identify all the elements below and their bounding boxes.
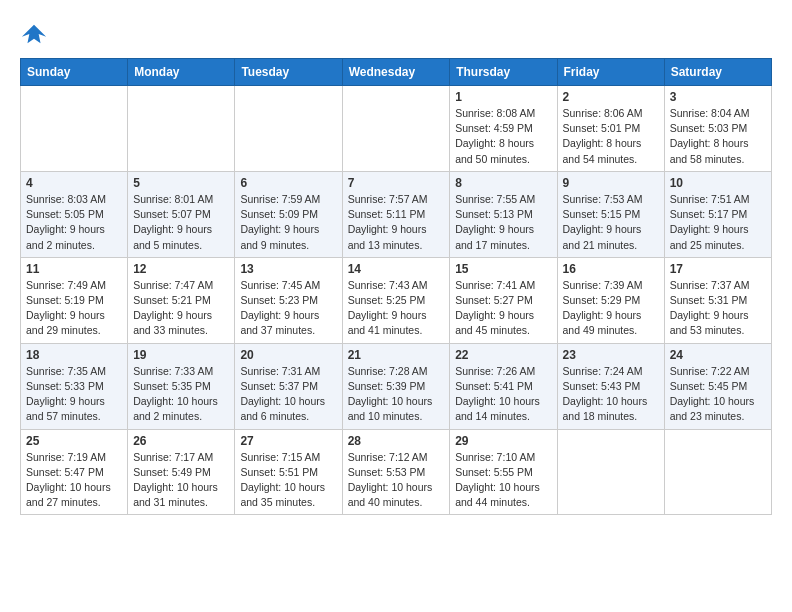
day-info: Sunrise: 7:31 AM Sunset: 5:37 PM Dayligh… bbox=[240, 364, 336, 425]
day-info: Sunrise: 7:22 AM Sunset: 5:45 PM Dayligh… bbox=[670, 364, 766, 425]
day-info: Sunrise: 7:12 AM Sunset: 5:53 PM Dayligh… bbox=[348, 450, 445, 511]
calendar-table: SundayMondayTuesdayWednesdayThursdayFrid… bbox=[20, 58, 772, 515]
calendar-cell: 22Sunrise: 7:26 AM Sunset: 5:41 PM Dayli… bbox=[450, 343, 557, 429]
day-info: Sunrise: 7:43 AM Sunset: 5:25 PM Dayligh… bbox=[348, 278, 445, 339]
column-header-thursday: Thursday bbox=[450, 59, 557, 86]
column-header-saturday: Saturday bbox=[664, 59, 771, 86]
calendar-cell bbox=[128, 86, 235, 172]
column-header-friday: Friday bbox=[557, 59, 664, 86]
calendar-cell: 13Sunrise: 7:45 AM Sunset: 5:23 PM Dayli… bbox=[235, 257, 342, 343]
day-info: Sunrise: 7:10 AM Sunset: 5:55 PM Dayligh… bbox=[455, 450, 551, 511]
day-info: Sunrise: 7:49 AM Sunset: 5:19 PM Dayligh… bbox=[26, 278, 122, 339]
day-info: Sunrise: 7:41 AM Sunset: 5:27 PM Dayligh… bbox=[455, 278, 551, 339]
day-number: 10 bbox=[670, 176, 766, 190]
logo-icon bbox=[20, 20, 48, 48]
day-number: 26 bbox=[133, 434, 229, 448]
day-info: Sunrise: 7:28 AM Sunset: 5:39 PM Dayligh… bbox=[348, 364, 445, 425]
calendar-cell: 20Sunrise: 7:31 AM Sunset: 5:37 PM Dayli… bbox=[235, 343, 342, 429]
day-info: Sunrise: 8:01 AM Sunset: 5:07 PM Dayligh… bbox=[133, 192, 229, 253]
calendar-cell: 11Sunrise: 7:49 AM Sunset: 5:19 PM Dayli… bbox=[21, 257, 128, 343]
calendar-cell: 28Sunrise: 7:12 AM Sunset: 5:53 PM Dayli… bbox=[342, 429, 450, 515]
day-info: Sunrise: 7:26 AM Sunset: 5:41 PM Dayligh… bbox=[455, 364, 551, 425]
day-number: 20 bbox=[240, 348, 336, 362]
day-number: 27 bbox=[240, 434, 336, 448]
week-row-3: 11Sunrise: 7:49 AM Sunset: 5:19 PM Dayli… bbox=[21, 257, 772, 343]
day-number: 18 bbox=[26, 348, 122, 362]
svg-marker-0 bbox=[22, 25, 46, 44]
day-number: 11 bbox=[26, 262, 122, 276]
day-info: Sunrise: 7:37 AM Sunset: 5:31 PM Dayligh… bbox=[670, 278, 766, 339]
calendar-cell: 6Sunrise: 7:59 AM Sunset: 5:09 PM Daylig… bbox=[235, 171, 342, 257]
day-info: Sunrise: 7:35 AM Sunset: 5:33 PM Dayligh… bbox=[26, 364, 122, 425]
day-info: Sunrise: 8:04 AM Sunset: 5:03 PM Dayligh… bbox=[670, 106, 766, 167]
calendar-cell: 16Sunrise: 7:39 AM Sunset: 5:29 PM Dayli… bbox=[557, 257, 664, 343]
page-header bbox=[20, 20, 772, 48]
day-info: Sunrise: 7:55 AM Sunset: 5:13 PM Dayligh… bbox=[455, 192, 551, 253]
day-number: 28 bbox=[348, 434, 445, 448]
calendar-cell: 9Sunrise: 7:53 AM Sunset: 5:15 PM Daylig… bbox=[557, 171, 664, 257]
calendar-cell: 5Sunrise: 8:01 AM Sunset: 5:07 PM Daylig… bbox=[128, 171, 235, 257]
calendar-cell: 18Sunrise: 7:35 AM Sunset: 5:33 PM Dayli… bbox=[21, 343, 128, 429]
calendar-cell: 25Sunrise: 7:19 AM Sunset: 5:47 PM Dayli… bbox=[21, 429, 128, 515]
column-header-sunday: Sunday bbox=[21, 59, 128, 86]
week-row-2: 4Sunrise: 8:03 AM Sunset: 5:05 PM Daylig… bbox=[21, 171, 772, 257]
day-number: 16 bbox=[563, 262, 659, 276]
calendar-cell: 17Sunrise: 7:37 AM Sunset: 5:31 PM Dayli… bbox=[664, 257, 771, 343]
day-number: 1 bbox=[455, 90, 551, 104]
day-number: 14 bbox=[348, 262, 445, 276]
calendar-cell: 23Sunrise: 7:24 AM Sunset: 5:43 PM Dayli… bbox=[557, 343, 664, 429]
day-info: Sunrise: 7:33 AM Sunset: 5:35 PM Dayligh… bbox=[133, 364, 229, 425]
day-info: Sunrise: 7:53 AM Sunset: 5:15 PM Dayligh… bbox=[563, 192, 659, 253]
day-number: 13 bbox=[240, 262, 336, 276]
column-header-monday: Monday bbox=[128, 59, 235, 86]
day-info: Sunrise: 7:57 AM Sunset: 5:11 PM Dayligh… bbox=[348, 192, 445, 253]
day-info: Sunrise: 8:03 AM Sunset: 5:05 PM Dayligh… bbox=[26, 192, 122, 253]
week-row-1: 1Sunrise: 8:08 AM Sunset: 4:59 PM Daylig… bbox=[21, 86, 772, 172]
day-info: Sunrise: 7:15 AM Sunset: 5:51 PM Dayligh… bbox=[240, 450, 336, 511]
day-number: 22 bbox=[455, 348, 551, 362]
calendar-cell: 7Sunrise: 7:57 AM Sunset: 5:11 PM Daylig… bbox=[342, 171, 450, 257]
calendar-cell: 1Sunrise: 8:08 AM Sunset: 4:59 PM Daylig… bbox=[450, 86, 557, 172]
day-info: Sunrise: 7:51 AM Sunset: 5:17 PM Dayligh… bbox=[670, 192, 766, 253]
day-info: Sunrise: 7:17 AM Sunset: 5:49 PM Dayligh… bbox=[133, 450, 229, 511]
day-number: 23 bbox=[563, 348, 659, 362]
calendar-cell bbox=[235, 86, 342, 172]
calendar-cell: 26Sunrise: 7:17 AM Sunset: 5:49 PM Dayli… bbox=[128, 429, 235, 515]
day-info: Sunrise: 8:06 AM Sunset: 5:01 PM Dayligh… bbox=[563, 106, 659, 167]
week-row-4: 18Sunrise: 7:35 AM Sunset: 5:33 PM Dayli… bbox=[21, 343, 772, 429]
column-header-wednesday: Wednesday bbox=[342, 59, 450, 86]
calendar-cell: 19Sunrise: 7:33 AM Sunset: 5:35 PM Dayli… bbox=[128, 343, 235, 429]
day-info: Sunrise: 7:19 AM Sunset: 5:47 PM Dayligh… bbox=[26, 450, 122, 511]
calendar-cell: 4Sunrise: 8:03 AM Sunset: 5:05 PM Daylig… bbox=[21, 171, 128, 257]
day-number: 6 bbox=[240, 176, 336, 190]
day-number: 17 bbox=[670, 262, 766, 276]
day-number: 2 bbox=[563, 90, 659, 104]
calendar-cell: 8Sunrise: 7:55 AM Sunset: 5:13 PM Daylig… bbox=[450, 171, 557, 257]
day-info: Sunrise: 7:45 AM Sunset: 5:23 PM Dayligh… bbox=[240, 278, 336, 339]
calendar-cell: 24Sunrise: 7:22 AM Sunset: 5:45 PM Dayli… bbox=[664, 343, 771, 429]
calendar-cell: 10Sunrise: 7:51 AM Sunset: 5:17 PM Dayli… bbox=[664, 171, 771, 257]
day-number: 19 bbox=[133, 348, 229, 362]
day-number: 8 bbox=[455, 176, 551, 190]
day-info: Sunrise: 7:24 AM Sunset: 5:43 PM Dayligh… bbox=[563, 364, 659, 425]
day-info: Sunrise: 7:39 AM Sunset: 5:29 PM Dayligh… bbox=[563, 278, 659, 339]
day-number: 29 bbox=[455, 434, 551, 448]
day-info: Sunrise: 7:59 AM Sunset: 5:09 PM Dayligh… bbox=[240, 192, 336, 253]
day-number: 9 bbox=[563, 176, 659, 190]
day-number: 12 bbox=[133, 262, 229, 276]
week-row-5: 25Sunrise: 7:19 AM Sunset: 5:47 PM Dayli… bbox=[21, 429, 772, 515]
calendar-cell: 14Sunrise: 7:43 AM Sunset: 5:25 PM Dayli… bbox=[342, 257, 450, 343]
calendar-cell bbox=[557, 429, 664, 515]
calendar-cell: 27Sunrise: 7:15 AM Sunset: 5:51 PM Dayli… bbox=[235, 429, 342, 515]
calendar-cell bbox=[342, 86, 450, 172]
day-number: 5 bbox=[133, 176, 229, 190]
calendar-cell: 15Sunrise: 7:41 AM Sunset: 5:27 PM Dayli… bbox=[450, 257, 557, 343]
day-number: 3 bbox=[670, 90, 766, 104]
calendar-cell bbox=[21, 86, 128, 172]
day-number: 25 bbox=[26, 434, 122, 448]
day-number: 15 bbox=[455, 262, 551, 276]
day-number: 24 bbox=[670, 348, 766, 362]
day-info: Sunrise: 7:47 AM Sunset: 5:21 PM Dayligh… bbox=[133, 278, 229, 339]
day-number: 4 bbox=[26, 176, 122, 190]
calendar-cell bbox=[664, 429, 771, 515]
